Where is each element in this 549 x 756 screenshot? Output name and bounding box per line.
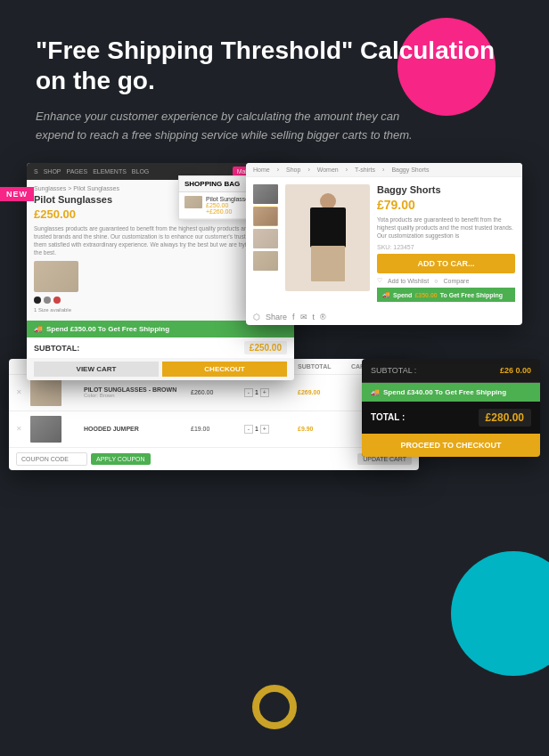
product-sku: SKU: 123457 (377, 244, 515, 250)
share-label: Share (266, 313, 287, 321)
cart-action-buttons: VIEW CART CHECKOUT (27, 358, 294, 380)
compare-label[interactable]: Compare (444, 278, 470, 284)
page-description: Enhance your customer experience by calc… (36, 108, 419, 145)
subtotal-amount: £250.00 (244, 341, 287, 354)
cart-price-1: £260.00 (191, 389, 244, 395)
nav-arrow2: › (307, 167, 309, 173)
product-thumbnails (253, 184, 278, 271)
nav-home[interactable]: Home (253, 167, 270, 173)
right-product-info: Baggy Shorts £79.00 Yota products are gu… (377, 184, 515, 302)
cart-product-details-2: HOODED JUMPER (84, 426, 191, 432)
color-red[interactable] (53, 297, 61, 304)
ct-total-amount: £280.00 (479, 409, 531, 427)
cart-subtotal-2: £9.90 (298, 426, 351, 432)
coupon-input[interactable] (16, 452, 87, 466)
share-icon: ⬡ (253, 313, 260, 321)
free-shipping-bar-right: 🚚 Spend £350.00 To Get Free Shipping (377, 288, 515, 302)
qty-decrease-1[interactable]: - (244, 388, 253, 397)
wishlist-label[interactable]: Add to Wishlist (388, 278, 429, 284)
ship-suffix: To Get Free Shipping (440, 292, 503, 298)
right-product-price: £79.00 (377, 198, 515, 212)
right-product-title: Baggy Shorts (377, 184, 515, 195)
product-person-figure (290, 186, 365, 289)
qty-value-2: 1 (255, 426, 258, 432)
thumb-1[interactable] (253, 184, 278, 204)
person-body (310, 207, 346, 248)
ship-prefix: Spend (393, 292, 412, 298)
cart-product-name-1: PILOT SUNGLASSES - BROWN (84, 386, 191, 393)
ct-free-ship-text: Spend £340.00 To Get Free Shipping (383, 388, 506, 396)
thumb-4[interactable] (253, 251, 278, 271)
free-ship-text: Spend £350.00 To Get Free Shipping (46, 325, 169, 333)
proceed-to-checkout-button[interactable]: PROCEED TO CHECKOUT (362, 434, 540, 457)
new-badge: NEW (0, 187, 34, 201)
header-section: "Free Shipping Threshold" Calculation on… (0, 0, 549, 163)
view-cart-button[interactable]: VIEW CART (34, 362, 159, 377)
wishlist-compare-row: ♡ Add to Wishlist ○ Compare (377, 277, 515, 284)
ct-total-label: TOTAL : (371, 412, 405, 422)
truck-icon-right: 🚚 (382, 291, 390, 298)
nav-tshirts[interactable]: T-shirts (355, 167, 375, 173)
truck-icon: 🚚 (34, 325, 43, 333)
remove-icon-1[interactable]: ✕ (16, 388, 30, 396)
apply-coupon-button[interactable]: APPLY COUPON (91, 453, 151, 465)
bag-item-name: Pilot Sunglasses (206, 196, 252, 202)
bag-item-image (184, 196, 202, 208)
table-row: ✕ HOODED JUMPER £19.00 - 1 + £9.90 (9, 411, 419, 448)
nav-item-blog[interactable]: BLOG (132, 168, 149, 175)
truck-icon-bottom: 🚚 (371, 388, 380, 396)
cart-product-name-2: HOODED JUMPER (84, 426, 191, 432)
cart-totals-subtotal-row: SUBTOTAL : £26 0.00 (362, 359, 540, 383)
nav-arrow: › (277, 167, 279, 173)
checkout-button[interactable]: CHECKOUT (162, 362, 287, 377)
ct-subtotal-amount: £26 0.00 (500, 366, 531, 375)
cart-product-image-1 (30, 379, 61, 406)
cart-qty-1: - 1 + (244, 388, 298, 397)
add-to-cart-button[interactable]: ADD TO CAR... (377, 254, 515, 273)
pinterest-icon[interactable]: ® (320, 313, 326, 321)
decorative-circle-gold (252, 685, 297, 729)
bag-item-info: Pilot Sunglasses £250.00 +£260.00 (206, 196, 252, 215)
nav-item-pages[interactable]: PAGES (67, 168, 88, 175)
nav-baggy[interactable]: Baggy Shorts (391, 167, 429, 173)
right-screenshot: Home › Shop › Women › T-shirts › Baggy S… (246, 163, 522, 325)
person-pants (311, 246, 345, 281)
thumb-2[interactable] (253, 207, 278, 226)
nav-shop[interactable]: Shop (286, 167, 300, 173)
color-black[interactable] (34, 297, 41, 304)
product-main-image-right (285, 184, 370, 291)
cart-product-variant-1: Color: Brown (84, 393, 191, 398)
screenshots-container: S SHOP PAGES ELEMENTS BLOG Make Your Sho… (9, 163, 540, 590)
color-gray[interactable] (44, 297, 51, 304)
subtotal-row: SUBTOTAL: £250.00 (27, 337, 294, 358)
remove-icon-2[interactable]: ✕ (16, 425, 30, 433)
nav-women[interactable]: Women (317, 167, 339, 173)
cart-product-details-1: PILOT SUNGLASSES - BROWN Color: Brown (84, 386, 191, 398)
cart-qty-2: - 1 + (244, 425, 298, 434)
nav-item-shop[interactable]: SHOP (44, 168, 61, 175)
qty-increase-2[interactable]: + (260, 425, 269, 434)
bag-title: SHOPPING BAG (184, 180, 240, 188)
qty-value-1: 1 (255, 389, 258, 395)
nav-arrow3: › (346, 167, 348, 173)
twitter-icon[interactable]: t (313, 313, 315, 321)
col-subtotal: SUBTOTAL (298, 363, 351, 370)
heart-icon: ♡ (377, 277, 382, 284)
social-share-row: ⬡ Share f ✉ t ® (246, 309, 522, 325)
right-product-desc: Yota products are guaranteed to benefit … (377, 215, 515, 240)
page-title: "Free Shipping Threshold" Calculation on… (36, 36, 513, 95)
thumb-3[interactable] (253, 229, 278, 248)
facebook-icon[interactable]: f (292, 313, 295, 321)
ship-amount: £350.00 (414, 292, 437, 298)
nav-item-elements[interactable]: ELEMENTS (93, 168, 127, 175)
nav-item-s[interactable]: S (34, 168, 38, 175)
cart-totals-box: SUBTOTAL : £26 0.00 🚚 Spend £340.00 To G… (362, 359, 540, 457)
right-nav: Home › Shop › Women › T-shirts › Baggy S… (246, 163, 522, 177)
email-icon[interactable]: ✉ (300, 313, 307, 321)
cart-totals-free-ship-bar: 🚚 Spend £340.00 To Get Free Shipping (362, 383, 540, 402)
product-images-column (253, 184, 278, 302)
radio-icon: ○ (434, 278, 438, 284)
bag-item-price1: £250.00 (206, 202, 252, 208)
qty-decrease-2[interactable]: - (244, 425, 253, 434)
qty-increase-1[interactable]: + (260, 388, 269, 397)
